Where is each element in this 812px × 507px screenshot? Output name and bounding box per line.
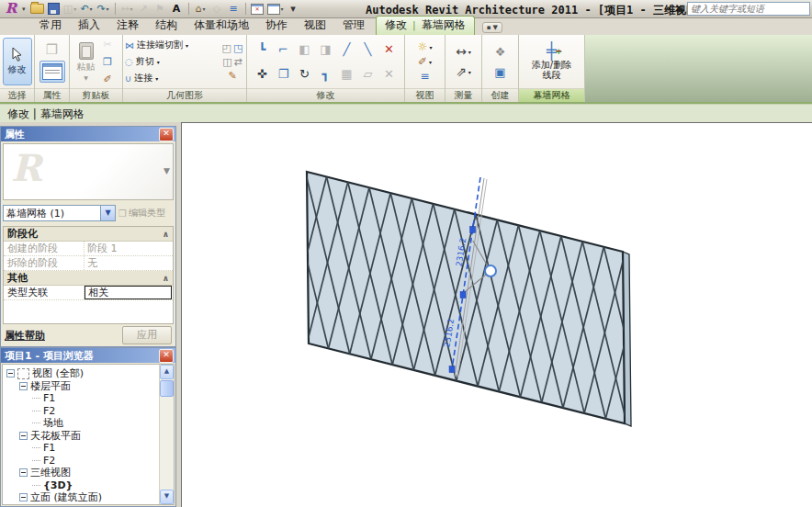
grip-handle[interactable] bbox=[449, 366, 455, 373]
panel-label-clipboard[interactable]: 剪贴板 bbox=[70, 88, 122, 102]
close-icon[interactable]: ✕ bbox=[159, 349, 174, 363]
panel-label-create[interactable]: 创建 bbox=[482, 88, 518, 102]
wall-joins-icon[interactable]: ◰ bbox=[222, 42, 231, 54]
tree-expander-icon[interactable] bbox=[19, 493, 28, 501]
property-value[interactable]: 相关 bbox=[85, 286, 172, 299]
panel-label-modify[interactable]: 修改 bbox=[247, 88, 404, 102]
revit-app-button[interactable]: R bbox=[0, 0, 22, 17]
panel-label-select[interactable]: 选择 bbox=[0, 88, 34, 102]
transfer-icon[interactable]: ◫▾ bbox=[62, 2, 78, 17]
tag-by-category-icon[interactable]: ⚑ bbox=[152, 2, 168, 17]
trim-extend-icon[interactable]: ┓ bbox=[316, 63, 335, 84]
drawing-canvas[interactable]: 2316.22316.2 bbox=[182, 123, 812, 507]
type-selector[interactable]: 幕墙网格 (1) ▼ bbox=[3, 205, 116, 221]
aligned-dimension-icon[interactable]: ↔▾ bbox=[119, 2, 135, 17]
tab-4[interactable]: 体量和场地 bbox=[186, 17, 257, 35]
properties-palette-toggle[interactable] bbox=[39, 61, 65, 83]
tree-item[interactable]: F2 bbox=[32, 455, 159, 468]
array-icon[interactable]: ▦ bbox=[337, 63, 356, 84]
panel-label-properties[interactable]: 属性 bbox=[35, 88, 69, 102]
search-expand-icon[interactable]: ▶ bbox=[678, 5, 684, 14]
scroll-up-icon[interactable]: ▲ bbox=[160, 365, 174, 379]
grip-handle[interactable] bbox=[470, 227, 476, 233]
align-icon[interactable]: ┗ bbox=[253, 39, 272, 60]
tree-item[interactable]: 视图 (全部) bbox=[6, 367, 159, 380]
scrollbar[interactable]: ▲ ▼ bbox=[159, 365, 174, 504]
grid-line[interactable] bbox=[627, 263, 668, 423]
split-with-gap-icon[interactable]: ╲ bbox=[358, 39, 378, 60]
text-icon[interactable]: A bbox=[169, 2, 185, 17]
tab-5[interactable]: 协作 bbox=[257, 17, 296, 35]
search-input[interactable] bbox=[687, 2, 810, 16]
properties-help-link[interactable]: 属性帮助 bbox=[5, 329, 45, 343]
temporary-hide-isolate-icon[interactable]: ☼▾ bbox=[418, 39, 433, 54]
tree-expander-icon[interactable] bbox=[19, 468, 28, 477]
tab-1[interactable]: 插入 bbox=[70, 17, 108, 35]
tab-3[interactable]: 结构 bbox=[147, 17, 186, 35]
tab-curtain-grid[interactable]: 幕墙网格 bbox=[416, 17, 471, 33]
chevron-down-icon[interactable]: ▼ bbox=[164, 166, 170, 175]
panel-label-view[interactable]: 视图 bbox=[405, 88, 445, 102]
tab-0[interactable]: 常用 bbox=[31, 17, 70, 35]
panel-label-measure[interactable]: 测量 bbox=[445, 88, 481, 102]
create-group-icon[interactable]: ❖ bbox=[495, 44, 506, 59]
split-element-icon[interactable]: ╱ bbox=[337, 39, 356, 60]
chevron-down-icon[interactable]: ▼ bbox=[100, 206, 115, 220]
tab-7[interactable]: 管理 bbox=[334, 17, 373, 35]
copy-icon[interactable]: ❐ bbox=[100, 54, 116, 69]
apply-button[interactable]: 应用 bbox=[122, 326, 172, 344]
edit-type-button[interactable]: ❒ 编辑类型 bbox=[118, 207, 174, 220]
measure-between-refs-icon[interactable]: ↔▾ bbox=[456, 44, 471, 59]
grip-handle[interactable] bbox=[460, 292, 466, 299]
close-hidden-windows-icon[interactable]: ✕ bbox=[250, 2, 265, 17]
switch-join-order-icon[interactable]: ⇄ bbox=[234, 56, 242, 68]
measure-icon[interactable]: ↗ bbox=[136, 2, 152, 17]
mirror-pick-axis-icon[interactable]: ◧ bbox=[295, 39, 314, 60]
drag-handle[interactable] bbox=[485, 265, 496, 276]
join-end-cut-button[interactable]: ⋈连接端切割▾ bbox=[123, 38, 217, 53]
tree-item[interactable]: 立面 (建筑立面) bbox=[19, 491, 159, 504]
undo-icon[interactable]: ↶▾ bbox=[79, 2, 95, 17]
redo-icon[interactable]: ↷▾ bbox=[96, 2, 111, 17]
beam-joins-icon[interactable]: ◳ bbox=[233, 42, 242, 54]
panel-label-curtain-grid[interactable]: 幕墙网格 bbox=[519, 88, 584, 102]
drawing-area[interactable]: 2316.22316.2 bbox=[181, 122, 812, 507]
unpin-icon[interactable]: ✕ bbox=[379, 39, 399, 60]
switch-windows-icon[interactable]: ▾ bbox=[266, 2, 285, 17]
grid-line[interactable] bbox=[263, 161, 307, 344]
tree-expander-icon[interactable] bbox=[19, 432, 28, 440]
thin-lines-icon[interactable]: ≡ bbox=[420, 69, 429, 84]
add-remove-segments-button[interactable]: ╪ +− 添加/删除 线段 bbox=[532, 43, 571, 80]
paste-button[interactable]: 粘贴 ▼ bbox=[77, 42, 96, 81]
tree-item[interactable]: 天花板平面 bbox=[19, 430, 159, 443]
tab-6[interactable]: 视图 bbox=[296, 17, 334, 35]
match-type-icon[interactable]: ✐ bbox=[100, 72, 116, 86]
scale-icon[interactable]: ▱ bbox=[358, 63, 378, 84]
ribbon-minimize-button[interactable]: ▪ ▼ bbox=[482, 22, 502, 33]
paint-icon[interactable]: ✎ bbox=[228, 70, 236, 82]
override-graphics-icon[interactable]: ✐▾ bbox=[418, 54, 432, 69]
thin-lines-icon[interactable]: ≡ bbox=[226, 2, 242, 17]
measure-along-element-icon[interactable]: ⇗▾ bbox=[456, 64, 471, 79]
close-icon[interactable]: ✕ bbox=[159, 128, 174, 141]
section-icon[interactable]: ◇ bbox=[209, 2, 225, 17]
tree-item[interactable]: F1 bbox=[32, 442, 159, 455]
tree-item[interactable]: 楼层平面 bbox=[19, 380, 159, 393]
copy-icon[interactable]: ❐ bbox=[274, 63, 293, 84]
qat-customize-icon[interactable]: ▾ bbox=[286, 2, 301, 17]
tab-2[interactable]: 注释 bbox=[108, 17, 147, 35]
mirror-draw-axis-icon[interactable]: ◨ bbox=[316, 39, 335, 60]
tree-item[interactable]: F2 bbox=[32, 405, 159, 418]
join-geometry-button[interactable]: ∪连接▾ bbox=[123, 71, 217, 86]
cope-icon[interactable]: ⌐ bbox=[274, 39, 293, 60]
move-icon[interactable]: ✜ bbox=[253, 63, 272, 84]
cut-geometry-button[interactable]: ◌剪切▾ bbox=[123, 54, 217, 70]
cut-icon[interactable]: ✂ bbox=[100, 37, 116, 51]
panel-label-geometry[interactable]: 几何图形 bbox=[123, 88, 246, 102]
type-properties-icon[interactable]: ❒ bbox=[46, 41, 58, 58]
rotate-icon[interactable]: ↻ bbox=[295, 63, 314, 84]
create-similar-icon[interactable]: ▣ bbox=[494, 64, 505, 79]
tab-modify[interactable]: 修改 bbox=[379, 17, 412, 33]
scroll-down-icon[interactable]: ▼ bbox=[160, 490, 174, 504]
open-folder-icon[interactable] bbox=[29, 2, 45, 17]
